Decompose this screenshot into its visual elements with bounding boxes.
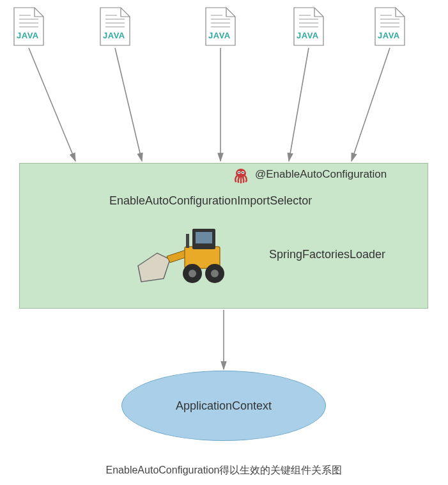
svg-point-24 (242, 172, 243, 173)
svg-point-32 (211, 270, 219, 277)
arrow-file-1 (29, 48, 75, 161)
application-context-ellipse: ApplicationContext (121, 371, 326, 441)
arrow-file-4 (289, 48, 309, 161)
application-context-label: ApplicationContext (176, 399, 272, 413)
arrow-file-5 (351, 48, 390, 161)
java-file-5: JAVA (374, 6, 406, 47)
bulldozer-icon (135, 221, 237, 291)
enable-auto-configuration-annotation: @EnableAutoConfiguration (255, 168, 387, 181)
svg-rect-27 (196, 232, 212, 243)
java-file-label: JAVA (208, 31, 231, 40)
enable-auto-configuration-box: @EnableAutoConfiguration EnableAutoConfi… (19, 163, 428, 309)
octopus-icon (233, 167, 249, 183)
java-file-3: JAVA (205, 6, 236, 47)
java-file-2: JAVA (99, 6, 131, 47)
java-file-label: JAVA (297, 31, 319, 40)
svg-point-22 (238, 172, 240, 173)
arrow-file-2 (115, 48, 142, 161)
diagram-caption: EnableAutoConfiguration得以生效的关键组件关系图 (0, 464, 448, 477)
spring-factories-loader-label: SpringFactoriesLoader (269, 248, 385, 261)
java-file-label: JAVA (17, 31, 39, 40)
svg-rect-28 (186, 234, 189, 248)
import-selector-label: EnableAutoConfigurationImportSelector (109, 194, 312, 208)
svg-point-20 (236, 169, 246, 178)
java-file-1: JAVA (13, 6, 45, 47)
java-file-4: JAVA (293, 6, 325, 47)
java-file-label: JAVA (378, 31, 400, 40)
java-file-label: JAVA (103, 31, 125, 40)
svg-point-30 (189, 270, 196, 277)
